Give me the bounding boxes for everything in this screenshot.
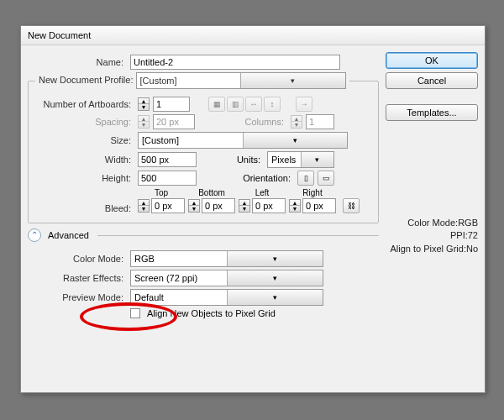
- info-panel: Color Mode:RGB PPI:72 Align to Pixel Gri…: [386, 217, 478, 255]
- name-label: Name:: [28, 57, 127, 67]
- raster-label: Raster Effects:: [48, 273, 127, 283]
- units-label: Units:: [218, 155, 260, 165]
- spacing-label: Spacing:: [35, 117, 134, 127]
- width-input[interactable]: [138, 152, 197, 167]
- size-label: Size:: [35, 135, 134, 145]
- artboard-arrange-group: ▦ ▥ ↔ ↕: [208, 97, 281, 112]
- bleed-left-label: Left: [255, 188, 270, 197]
- bleed-bottom-label: Bottom: [198, 188, 225, 197]
- align-pixelgrid-label: Align New Objects to Pixel Grid: [147, 308, 276, 318]
- info-colormode: Color Mode:RGB: [386, 217, 478, 229]
- orientation-label: Orientation:: [232, 173, 291, 183]
- height-input[interactable]: [138, 171, 197, 186]
- bleed-link-icon[interactable]: ⛓: [343, 198, 360, 213]
- profile-select[interactable]: [Custom]▾: [136, 72, 346, 89]
- artboards-input[interactable]: [153, 97, 190, 112]
- raster-select[interactable]: Screen (72 ppi)▾: [130, 270, 323, 286]
- bleed-right-spinner[interactable]: ▲▼: [289, 199, 301, 213]
- advanced-toggle[interactable]: ⌃: [28, 228, 41, 242]
- bleed-top-label: Top: [155, 188, 168, 197]
- cancel-button[interactable]: Cancel: [386, 72, 478, 89]
- columns-spinner: ▲▼: [291, 115, 302, 129]
- height-label: Height:: [35, 173, 134, 183]
- preview-label: Preview Mode:: [48, 292, 127, 302]
- width-label: Width:: [35, 155, 134, 165]
- profile-fieldset: New Document Profile: [Custom]▾ Number o…: [28, 72, 379, 223]
- arrange-col-icon[interactable]: ↕: [264, 97, 281, 112]
- chevron-down-icon: ▾: [301, 152, 334, 167]
- bleed-top-spinner[interactable]: ▲▼: [138, 199, 150, 213]
- arrange-row-icon[interactable]: ↔: [245, 97, 262, 112]
- profile-legend: New Document Profile:: [39, 75, 134, 85]
- units-select[interactable]: Pixels▾: [267, 151, 334, 168]
- bleed-right-input[interactable]: [302, 198, 336, 213]
- bleed-top-input[interactable]: [151, 198, 185, 213]
- bleed-left-input[interactable]: [252, 198, 286, 213]
- colormode-select[interactable]: RGB▾: [130, 250, 323, 267]
- colormode-label: Color Mode:: [48, 254, 127, 264]
- spacing-input: [153, 114, 195, 129]
- chevron-down-icon: ▾: [240, 73, 345, 88]
- bleed-bottom-spinner[interactable]: ▲▼: [188, 199, 200, 213]
- info-aligngrid: Align to Pixel Grid:No: [386, 243, 478, 255]
- name-input[interactable]: [130, 55, 340, 70]
- artboards-spinner[interactable]: ▲▼: [138, 97, 150, 111]
- info-ppi: PPI:72: [386, 229, 478, 242]
- size-select[interactable]: [Custom]▾: [138, 132, 348, 149]
- chevron-down-icon: ▾: [227, 290, 323, 305]
- templates-button[interactable]: Templates...: [386, 104, 478, 121]
- advanced-label: Advanced: [48, 230, 89, 240]
- titlebar: New Document: [21, 26, 485, 45]
- columns-input: [306, 114, 334, 129]
- chevron-down-icon: ▾: [227, 270, 323, 286]
- arrange-grid-row-icon[interactable]: ▦: [208, 97, 225, 112]
- spacing-spinner: ▲▼: [138, 115, 150, 129]
- ok-button[interactable]: OK: [386, 52, 478, 69]
- artboards-label: Number of Artboards:: [35, 99, 134, 109]
- dialog-title: New Document: [28, 30, 91, 40]
- bleed-label: Bleed:: [35, 203, 134, 213]
- new-document-dialog: New Document Name: New Document Profile:…: [20, 25, 486, 393]
- bleed-bottom-input[interactable]: [202, 198, 235, 213]
- preview-select[interactable]: Default▾: [130, 289, 323, 306]
- bleed-right-label: Right: [302, 188, 322, 197]
- chevron-down-icon: ▾: [227, 251, 323, 266]
- columns-label: Columns:: [237, 117, 287, 127]
- orientation-landscape-icon[interactable]: ▭: [318, 171, 334, 186]
- chevron-down-icon: ▾: [243, 133, 348, 148]
- align-pixelgrid-checkbox[interactable]: [130, 308, 140, 318]
- arrange-rtl-icon[interactable]: →: [296, 97, 312, 112]
- orientation-portrait-icon[interactable]: ▯: [297, 171, 314, 186]
- arrange-grid-col-icon[interactable]: ▥: [227, 97, 244, 112]
- bleed-left-spinner[interactable]: ▲▼: [239, 199, 250, 213]
